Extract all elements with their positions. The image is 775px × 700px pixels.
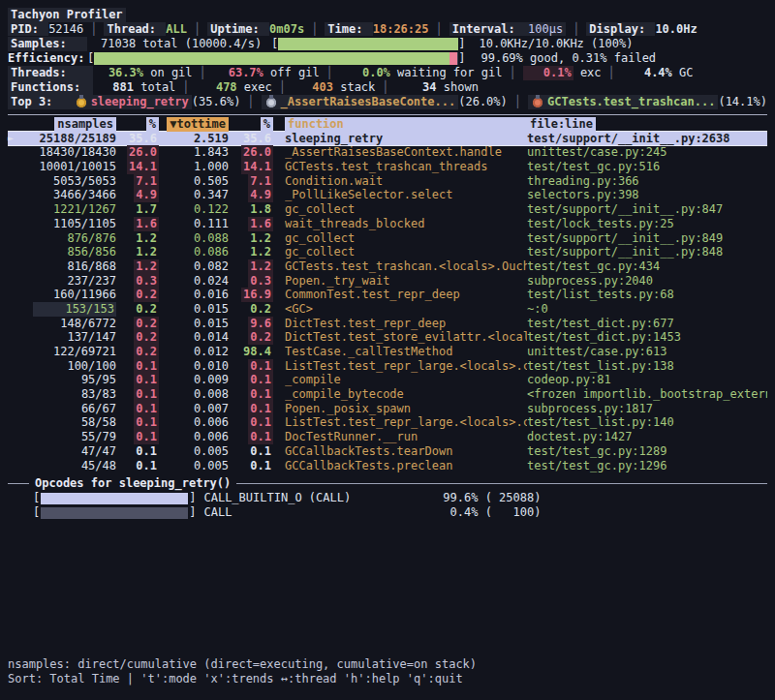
percent-value: 0.2 bbox=[134, 317, 159, 331]
table-row[interactable]: 5053/50537.10.5057.1Condition.waitthread… bbox=[8, 174, 767, 189]
table-row[interactable]: 66/670.10.0070.1Popen._posix_spawnsubpro… bbox=[8, 402, 767, 416]
table-row[interactable]: 58/580.10.0060.1ListTest.test_repr_large… bbox=[8, 415, 767, 430]
status-value: 18:26:25 bbox=[373, 22, 429, 36]
cell-percent-cumulative: 0.3 bbox=[229, 274, 273, 289]
cell-nsamples: 55/79 bbox=[33, 430, 116, 444]
table-row[interactable]: 137/1470.20.0140.2DictTest.test_store_ev… bbox=[8, 330, 767, 345]
status-label: Thread: bbox=[104, 22, 166, 36]
cell-percent-cumulative: 1.8 bbox=[229, 202, 273, 217]
table-row[interactable]: 83/830.10.0080.1_compile_bytecode<frozen… bbox=[8, 387, 767, 402]
threads-item: 0.1% exc bbox=[523, 66, 602, 80]
status-value: ALL bbox=[166, 22, 187, 36]
cell-tottime: 0.014 bbox=[159, 330, 229, 345]
cell-file-line: codeop.py:81 bbox=[527, 373, 767, 387]
status-value: 52146 bbox=[48, 22, 83, 36]
percent-value: 0.1 bbox=[134, 359, 159, 374]
cell-percent-direct: 0.1 bbox=[116, 402, 159, 416]
column-header-n[interactable]: nsamples bbox=[33, 117, 116, 132]
table-row[interactable]: ►25188/2518935.62.51935.6sleeping_retryt… bbox=[8, 132, 767, 146]
cell-tottime: 0.505 bbox=[159, 174, 229, 189]
table-row[interactable]: 122/697210.20.01298.4TestCase._callTestM… bbox=[8, 345, 767, 359]
cell-nsamples: 25188/25189 bbox=[33, 132, 116, 146]
cell-tottime: 1.000 bbox=[159, 160, 229, 174]
cell-tottime: 0.012 bbox=[159, 345, 229, 359]
cell-nsamples: 58/58 bbox=[33, 415, 116, 430]
cell-percent-cumulative: 9.6 bbox=[229, 317, 273, 331]
cell-nsamples: 237/237 bbox=[33, 274, 116, 289]
threads-desc: off gil bbox=[264, 66, 320, 79]
header-text: file:line bbox=[527, 117, 596, 132]
column-header-fn[interactable]: function bbox=[285, 117, 527, 132]
cell-nsamples: 47/47 bbox=[33, 444, 116, 459]
percent-value: 0.1 bbox=[248, 459, 273, 473]
table-row[interactable]: 1105/11051.60.1111.6wait_threads_blocked… bbox=[8, 217, 767, 231]
table-row[interactable]: 1221/12671.70.1221.8gc_collecttest/suppo… bbox=[8, 202, 767, 217]
column-header-tt[interactable]: ▼tottime bbox=[159, 117, 229, 132]
percent-value: 0.2 bbox=[134, 302, 159, 317]
opcode-bar-fill bbox=[41, 507, 188, 519]
table-row[interactable]: 148/67720.20.0159.6DictTest.test_repr_de… bbox=[8, 317, 767, 331]
status-separator: │ bbox=[429, 22, 450, 37]
percent-value: 26.0 bbox=[241, 145, 273, 160]
cell-file-line: test/test_gc.py:516 bbox=[527, 160, 767, 174]
cell-function: gc_collect bbox=[285, 231, 527, 246]
efficiency-line: Efficiency: [ ] 99.69% good, 0.31% faile… bbox=[8, 51, 767, 66]
cell-percent-cumulative: 0.1 bbox=[229, 373, 273, 387]
status-label: PID: bbox=[8, 22, 48, 36]
cell-tottime: 0.111 bbox=[159, 217, 229, 231]
cell-function: _compile_bytecode bbox=[285, 387, 527, 402]
cell-percent-cumulative: 1.2 bbox=[229, 259, 273, 274]
table-row[interactable]: 47/470.10.0050.1GCCallbackTests.tearDown… bbox=[8, 444, 767, 459]
table-row[interactable]: 856/8561.20.0861.2gc_collecttest/support… bbox=[8, 245, 767, 259]
table-row[interactable]: 876/8761.20.0881.2gc_collecttest/support… bbox=[8, 231, 767, 246]
cell-nsamples: 1105/1105 bbox=[33, 217, 116, 231]
profiler-terminal: Tachyon Profiler PID: 52146│Thread: ALL│… bbox=[0, 0, 775, 700]
cell-function: <GC> bbox=[285, 302, 527, 317]
table-row[interactable]: 153/1530.20.0150.2<GC>~:0 bbox=[8, 302, 767, 317]
cell-percent-direct: 7.1 bbox=[116, 174, 159, 189]
column-header-p2[interactable]: % bbox=[229, 117, 273, 132]
percent-value: 0.1 bbox=[134, 402, 159, 416]
cell-file-line: test/test_list.py:138 bbox=[527, 359, 767, 374]
opcodes-dash-left bbox=[8, 483, 29, 484]
table-row[interactable]: 816/8681.20.0821.2GCTests.test_trashcan.… bbox=[8, 259, 767, 274]
bronze-medal-icon bbox=[533, 98, 542, 107]
cell-percent-direct: 1.6 bbox=[116, 217, 159, 231]
percent-value: 1.2 bbox=[134, 259, 159, 274]
table-row[interactable]: 160/119660.20.01616.9CommonTest.test_rep… bbox=[8, 288, 767, 302]
functions-value: 881 bbox=[93, 80, 134, 95]
cell-nsamples: 1221/1267 bbox=[33, 202, 116, 217]
table-row[interactable]: 55/790.10.0060.1DocTestRunner.__rundocte… bbox=[8, 430, 767, 444]
cell-function: GCTests.test_trashcan_threads bbox=[285, 160, 527, 174]
table-row[interactable]: 3466/34664.90.3474.9_PollLikeSelector.se… bbox=[8, 188, 767, 202]
sort-indicator-header: ▼tottime bbox=[167, 117, 229, 132]
cell-percent-direct: 0.2 bbox=[116, 288, 159, 302]
percent-value: 0.2 bbox=[248, 302, 273, 317]
table-row[interactable]: 10001/1001514.11.00014.1GCTests.test_tra… bbox=[8, 160, 767, 174]
efficiency-bar-open: [ bbox=[87, 51, 94, 66]
cell-percent-direct: 1.2 bbox=[116, 245, 159, 259]
table-row[interactable]: 237/2370.30.0240.3Popen._try_waitsubproc… bbox=[8, 274, 767, 289]
cell-percent-cumulative: 26.0 bbox=[229, 145, 273, 160]
table-row[interactable]: 100/1000.10.0100.1ListTest.test_repr_lar… bbox=[8, 359, 767, 374]
cell-percent-cumulative: 1.6 bbox=[229, 217, 273, 231]
opcodes-list: []CALL_BUILTIN_O (CALL)99.6% ( 25088)[]C… bbox=[8, 491, 767, 520]
opcode-row: []CALL0.4% ( 100) bbox=[33, 505, 767, 520]
cell-function: Condition.wait bbox=[285, 174, 527, 189]
table-row[interactable]: 45/480.10.0050.1GCCallbackTests.preclean… bbox=[8, 459, 767, 473]
cell-tottime: 0.007 bbox=[159, 402, 229, 416]
cell-percent-direct: 0.1 bbox=[116, 430, 159, 444]
table-row[interactable]: 95/950.10.0090.1_compilecodeop.py:81 bbox=[8, 373, 767, 387]
footer-keybindings: Sort: Total Time | 't':mode 'x':trends ↔… bbox=[8, 672, 477, 686]
cell-nsamples: 5053/5053 bbox=[33, 174, 116, 189]
percent-value: 1.2 bbox=[248, 259, 273, 274]
table-row[interactable]: 18430/1843026.01.84326.0_AssertRaisesBas… bbox=[8, 145, 767, 160]
percent-value: 0.1 bbox=[248, 402, 273, 416]
cell-percent-direct: 1.2 bbox=[116, 259, 159, 274]
percent-value: 14.1 bbox=[241, 160, 273, 174]
header-separator bbox=[8, 114, 767, 115]
column-header-p1[interactable]: % bbox=[116, 117, 159, 132]
top3-line: Top 3:sleeping_retry (35.6%)│_AssertRais… bbox=[8, 95, 767, 109]
cell-file-line: unittest/case.py:613 bbox=[527, 345, 767, 359]
column-header-file[interactable]: file:line bbox=[527, 117, 767, 132]
